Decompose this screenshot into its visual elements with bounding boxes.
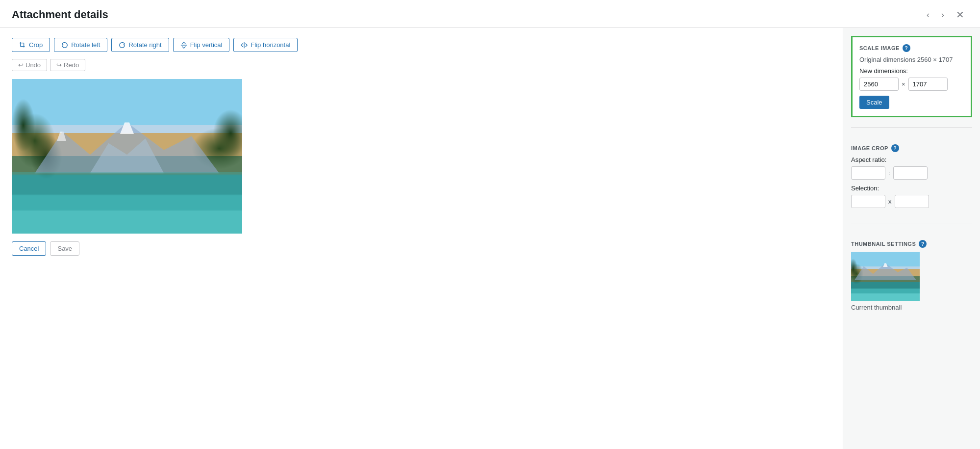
aspect-ratio-row: : (851, 166, 972, 180)
scale-button[interactable]: Scale (859, 96, 889, 109)
new-dimensions-label: New dimensions: (859, 67, 964, 75)
thumbnail-placeholder (851, 252, 920, 301)
dimensions-row: × (859, 78, 964, 91)
flip-horizontal-icon (241, 42, 248, 49)
redo-icon: ↪ (56, 61, 62, 69)
current-thumbnail-label: Current thumbnail (851, 304, 972, 311)
image-crop-title: IMAGE CROP ? (851, 144, 972, 152)
next-button[interactable]: › (937, 8, 948, 21)
scale-image-panel: SCALE IMAGE ? Original dimensions 2560 ×… (851, 36, 972, 117)
crop-button[interactable]: Crop (12, 38, 50, 52)
aspect-width-input[interactable] (851, 166, 885, 180)
selection-row: x (851, 195, 972, 208)
thumbnail-mountain-svg (854, 262, 916, 280)
selection-x-input[interactable] (851, 195, 885, 208)
crop-icon (19, 42, 26, 49)
divider-2 (851, 223, 972, 223)
rotate-right-button[interactable]: Rotate right (111, 38, 169, 52)
image-preview (12, 79, 242, 234)
undo-redo-bar: ↩ Undo ↪ Redo (12, 59, 831, 71)
cancel-button[interactable]: Cancel (12, 241, 46, 256)
editor-area: Crop Rotate left Rot (0, 28, 843, 449)
modal-overlay: Attachment details ‹ › ✕ Crop (0, 0, 980, 449)
rotate-right-icon (119, 42, 126, 49)
close-button[interactable]: ✕ (952, 8, 968, 22)
modal-title: Attachment details (12, 8, 108, 21)
save-button[interactable]: Save (50, 241, 79, 256)
flip-vertical-icon (180, 42, 187, 49)
dimension-separator: × (902, 80, 905, 88)
flip-vertical-button[interactable]: Flip vertical (173, 38, 230, 52)
modal-header: Attachment details ‹ › ✕ (0, 0, 980, 28)
height-input[interactable] (908, 78, 948, 91)
aspect-separator: : (888, 169, 890, 177)
selection-label: Selection: (851, 185, 972, 192)
crop-help-icon[interactable]: ? (891, 144, 899, 152)
thumbnail-help-icon[interactable]: ? (919, 240, 927, 248)
divider-1 (851, 127, 972, 128)
width-input[interactable] (859, 78, 899, 91)
crop-panel-inner: Aspect ratio: : Selection: x (851, 156, 972, 208)
modal: Attachment details ‹ › ✕ Crop (0, 0, 980, 449)
redo-button[interactable]: ↪ Redo (50, 59, 85, 71)
flip-horizontal-button[interactable]: Flip horizontal (233, 38, 298, 52)
undo-icon: ↩ (18, 61, 24, 69)
scale-help-icon[interactable]: ? (903, 44, 910, 52)
thumbnail-image (851, 252, 920, 301)
thumbnail-settings-panel: THUMBNAIL SETTINGS ? Current thumbnail (851, 233, 972, 311)
rotate-left-button[interactable]: Rotate left (54, 38, 107, 52)
sidebar: SCALE IMAGE ? Original dimensions 2560 ×… (843, 28, 980, 449)
modal-nav: ‹ › ✕ (923, 8, 968, 22)
aspect-height-input[interactable] (893, 166, 928, 180)
bottom-bar: Cancel Save (12, 241, 831, 256)
scale-image-title: SCALE IMAGE ? (859, 44, 964, 52)
thumbnail-settings-title: THUMBNAIL SETTINGS ? (851, 240, 972, 248)
selection-y-input[interactable] (895, 195, 929, 208)
undo-button[interactable]: ↩ Undo (12, 59, 47, 71)
mountain-svg (35, 118, 219, 173)
toolbar: Crop Rotate left Rot (12, 38, 831, 52)
original-dimensions: Original dimensions 2560 × 1707 (859, 56, 964, 63)
prev-button[interactable]: ‹ (923, 8, 933, 21)
selection-separator: x (888, 198, 892, 205)
modal-body: Crop Rotate left Rot (0, 28, 980, 449)
rotate-left-icon (61, 42, 68, 49)
image-crop-panel: IMAGE CROP ? Aspect ratio: : Selection: (851, 137, 972, 213)
aspect-ratio-label: Aspect ratio: (851, 156, 972, 163)
